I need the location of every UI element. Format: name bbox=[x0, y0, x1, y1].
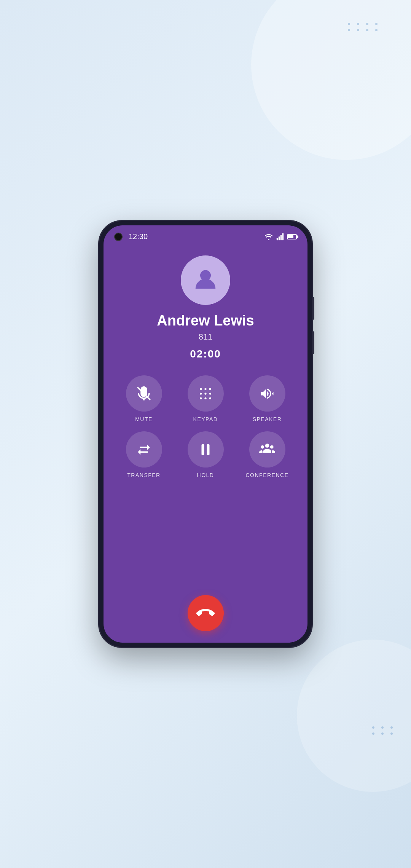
svg-point-9 bbox=[200, 393, 202, 394]
mute-button[interactable] bbox=[126, 375, 162, 412]
speaker-icon bbox=[259, 386, 275, 402]
bg-decoration-2 bbox=[297, 640, 411, 792]
mute-icon bbox=[136, 386, 152, 402]
end-call-button[interactable] bbox=[188, 595, 224, 631]
power-button bbox=[312, 331, 314, 354]
mute-action[interactable]: MUTE bbox=[115, 375, 173, 422]
keypad-label: KEYPAD bbox=[193, 416, 218, 422]
end-call-icon bbox=[196, 604, 215, 622]
conference-action[interactable]: CONFERENCE bbox=[238, 431, 296, 478]
svg-rect-1 bbox=[279, 236, 280, 240]
svg-point-18 bbox=[265, 444, 269, 448]
svg-point-6 bbox=[200, 388, 202, 390]
transfer-icon bbox=[136, 442, 152, 458]
svg-point-12 bbox=[200, 397, 202, 399]
mute-label: MUTE bbox=[135, 416, 153, 422]
svg-point-13 bbox=[204, 397, 206, 399]
speaker-action[interactable]: SPEAKER bbox=[238, 375, 296, 422]
keypad-button[interactable] bbox=[188, 375, 224, 412]
volume-button bbox=[312, 297, 314, 320]
status-time: 12:30 bbox=[129, 232, 148, 241]
svg-point-10 bbox=[204, 393, 206, 394]
hold-label: HOLD bbox=[197, 472, 214, 478]
bg-dots-pattern-2 bbox=[372, 726, 396, 735]
transfer-button[interactable] bbox=[126, 431, 162, 468]
avatar-section bbox=[104, 244, 307, 313]
speaker-label: SPEAKER bbox=[253, 416, 282, 422]
svg-point-14 bbox=[209, 397, 211, 399]
status-bar-left: 12:30 bbox=[114, 232, 148, 241]
keypad-action[interactable]: KEYPAD bbox=[177, 375, 234, 422]
phone-frame: 12:30 bbox=[99, 221, 312, 647]
battery-icon bbox=[287, 234, 297, 239]
svg-point-19 bbox=[261, 445, 264, 448]
bg-decoration-1 bbox=[251, 0, 411, 160]
phone-screen: 12:30 bbox=[104, 225, 307, 643]
conference-button[interactable] bbox=[249, 431, 285, 468]
keypad-icon bbox=[198, 386, 213, 402]
status-bar-right bbox=[264, 233, 297, 241]
svg-rect-2 bbox=[280, 235, 282, 240]
svg-point-11 bbox=[209, 393, 211, 394]
svg-point-7 bbox=[204, 388, 206, 390]
svg-marker-15 bbox=[272, 392, 274, 395]
avatar bbox=[181, 255, 230, 305]
signal-icon bbox=[276, 233, 284, 241]
transfer-label: TRANSFER bbox=[127, 472, 160, 478]
hold-action[interactable]: HOLD bbox=[177, 431, 234, 478]
person-icon bbox=[192, 266, 219, 294]
transfer-action[interactable]: TRANSFER bbox=[115, 431, 173, 478]
end-call-section bbox=[104, 486, 307, 643]
actions-grid: MUTE KEYPAD bbox=[104, 360, 307, 486]
call-timer: 02:00 bbox=[111, 348, 300, 360]
bg-dots-pattern bbox=[348, 23, 381, 31]
caller-name: Andrew Lewis bbox=[111, 313, 300, 329]
svg-point-20 bbox=[270, 445, 274, 448]
svg-rect-16 bbox=[202, 444, 204, 455]
speaker-button[interactable] bbox=[249, 375, 285, 412]
conference-label: CONFERENCE bbox=[245, 472, 288, 478]
svg-rect-17 bbox=[207, 444, 210, 455]
svg-rect-0 bbox=[277, 238, 278, 240]
wifi-icon bbox=[264, 233, 273, 241]
conference-icon bbox=[259, 442, 275, 458]
hold-button[interactable] bbox=[188, 431, 224, 468]
hold-icon bbox=[198, 442, 213, 458]
status-bar: 12:30 bbox=[104, 225, 307, 244]
caller-number: 811 bbox=[111, 332, 300, 342]
svg-point-8 bbox=[209, 388, 211, 390]
caller-info: Andrew Lewis 811 02:00 bbox=[104, 313, 307, 360]
svg-rect-3 bbox=[282, 233, 284, 240]
camera-hole bbox=[114, 233, 123, 241]
